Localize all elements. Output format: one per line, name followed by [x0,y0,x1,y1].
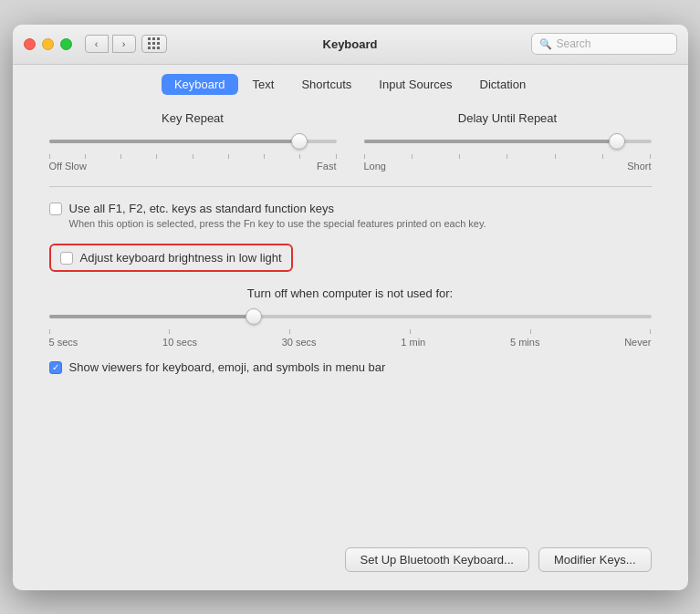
tick-label-5secs: 5 secs [49,337,78,348]
delay-tick-2 [412,154,413,159]
turnoff-slider-container-inner[interactable] [49,307,652,326]
delay-repeat-left-label: Long [364,161,386,172]
search-box[interactable]: 🔍 [531,33,677,55]
turnoff-track [49,315,652,318]
tick-7 [264,154,265,159]
show-viewers-checkbox[interactable] [49,361,62,374]
search-input[interactable] [557,37,669,50]
show-viewers-row: Show viewers for keyboard, emoji, and sy… [49,360,652,374]
content-area: Key Repeat [13,102,688,590]
delay-tick-7 [650,154,651,159]
delay-repeat-thumb[interactable] [609,133,625,150]
tick-label-5mins: 5 mins [510,337,539,348]
tick-1 [49,154,50,159]
fn-keys-row: Use all F1, F2, etc. keys as standard fu… [49,202,652,231]
tick-9 [336,154,337,159]
key-repeat-left-label: Off Slow [49,161,87,172]
maximize-button[interactable] [60,38,72,50]
tick-label-10secs: 10 secs [162,337,197,348]
key-repeat-ticks [49,154,337,159]
fn-keys-sub-label: When this option is selected, press the … [69,217,486,231]
tab-keyboard[interactable]: Keyboard [162,74,238,95]
key-repeat-thumb[interactable] [291,133,308,150]
separator-1 [49,186,652,187]
tick-2 [85,154,86,159]
minimize-button[interactable] [42,38,54,50]
delay-repeat-range-labels: Long Short [364,161,652,172]
turnoff-tick-4 [410,329,411,334]
traffic-lights [24,38,72,50]
tab-dictation[interactable]: Dictation [467,74,539,95]
turnoff-tick-2 [169,329,170,334]
bluetooth-button[interactable]: Set Up Bluetooth Keyboard... [345,547,529,572]
sliders-row: Key Repeat [49,111,652,172]
show-viewers-label: Show viewers for keyboard, emoji, and sy… [69,360,386,374]
tick-5 [193,154,193,159]
fn-keys-main-label: Use all F1, F2, etc. keys as standard fu… [69,202,486,215]
turnoff-tick-6 [650,329,651,334]
turnoff-tick-labels: 5 secs 10 secs 30 secs 1 min 5 mins Neve… [49,337,652,348]
key-repeat-slider-container[interactable] [49,132,337,151]
brightness-highlight-box: Adjust keyboard brightness in low light [49,244,293,272]
turnoff-slider-container: Turn off when computer is not used for: [49,285,652,348]
delay-tick-6 [602,154,603,159]
turnoff-thumb[interactable] [246,308,262,325]
turnoff-slider-wrapper: 5 secs 10 secs 30 secs 1 min 5 mins Neve… [49,307,652,348]
search-icon: 🔍 [539,38,552,50]
key-repeat-label: Key Repeat [162,111,224,125]
delay-tick-4 [507,154,507,159]
key-repeat-group: Key Repeat [49,111,337,172]
close-button[interactable] [24,38,36,50]
forward-button[interactable]: › [112,35,136,53]
delay-repeat-track [364,140,652,143]
fn-keys-label-group: Use all F1, F2, etc. keys as standard fu… [69,202,486,231]
tick-3 [120,154,121,159]
delay-repeat-slider-container[interactable] [364,132,652,151]
delay-repeat-ticks [364,154,652,159]
brightness-label: Adjust keyboard brightness in low light [80,251,282,265]
tab-input-sources[interactable]: Input Sources [366,74,465,95]
delay-repeat-right-label: Short [627,161,651,172]
grid-button[interactable] [141,35,167,53]
turnoff-track-filled [49,315,254,318]
brightness-checkbox[interactable] [60,252,73,265]
grid-icon [148,37,161,50]
tick-4 [156,154,157,159]
turnoff-tick-5 [530,329,531,334]
keyboard-window: ‹ › Keyboard 🔍 Keyboard Text Shortcuts I… [13,25,688,590]
key-repeat-right-label: Fast [317,161,336,172]
delay-repeat-label: Delay Until Repeat [458,111,557,125]
tick-label-never: Never [624,337,651,348]
back-button[interactable]: ‹ [85,35,109,53]
tabs-bar: Keyboard Text Shortcuts Input Sources Di… [13,65,688,102]
delay-tick-1 [364,154,365,159]
delay-tick-5 [555,154,556,159]
turnoff-tick-3 [289,329,290,334]
tick-label-1min: 1 min [401,337,425,348]
tick-8 [299,154,300,159]
tick-label-30secs: 30 secs [282,337,317,348]
delay-tick-3 [459,154,460,159]
key-repeat-track [49,140,337,143]
turnoff-ticks [49,329,652,334]
turnoff-label: Turn off when computer is not used for: [247,286,453,300]
titlebar: ‹ › Keyboard 🔍 [13,25,688,65]
delay-repeat-track-filled [364,140,617,143]
buttons-row: Set Up Bluetooth Keyboard... Modifier Ke… [49,538,652,572]
fn-keys-checkbox[interactable] [49,203,62,215]
brightness-row: Adjust keyboard brightness in low light [49,244,652,272]
turnoff-tick-1 [49,329,50,334]
modifier-keys-button[interactable]: Modifier Keys... [538,547,652,572]
key-repeat-track-filled [49,140,299,143]
key-repeat-range-labels: Off Slow Fast [49,161,337,172]
nav-buttons: ‹ › [85,35,136,53]
delay-repeat-group: Delay Until Repeat L [364,111,652,172]
tab-text[interactable]: Text [240,74,287,95]
window-title: Keyboard [323,37,378,51]
tab-shortcuts[interactable]: Shortcuts [288,74,364,95]
tick-6 [228,154,229,159]
